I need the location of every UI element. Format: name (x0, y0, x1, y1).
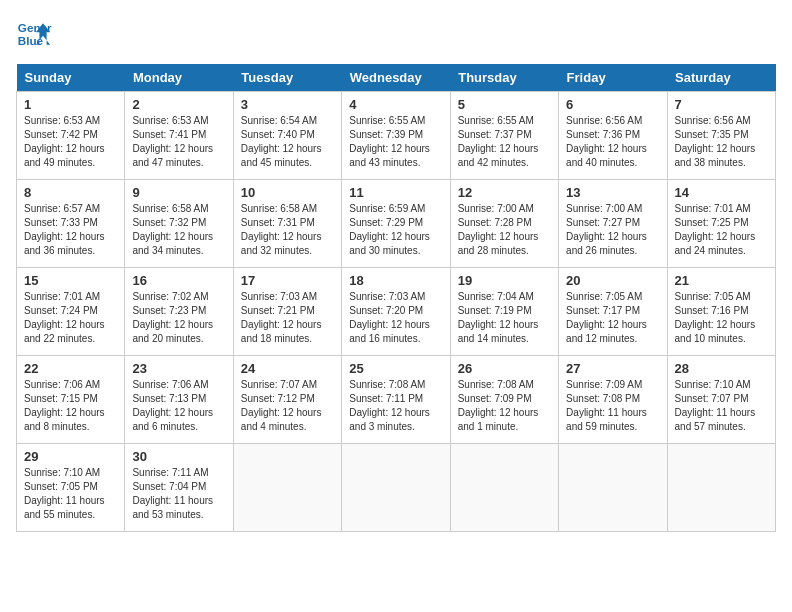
calendar-week-3: 22Sunrise: 7:06 AMSunset: 7:15 PMDayligh… (17, 356, 776, 444)
calendar-day-9: 9Sunrise: 6:58 AMSunset: 7:32 PMDaylight… (125, 180, 233, 268)
weekday-header-tuesday: Tuesday (233, 64, 341, 92)
calendar-day-14: 14Sunrise: 7:01 AMSunset: 7:25 PMDayligh… (667, 180, 775, 268)
calendar-day-1: 1Sunrise: 6:53 AMSunset: 7:42 PMDaylight… (17, 92, 125, 180)
weekday-header-saturday: Saturday (667, 64, 775, 92)
weekday-header-row: SundayMondayTuesdayWednesdayThursdayFrid… (17, 64, 776, 92)
calendar-empty (667, 444, 775, 532)
calendar-day-23: 23Sunrise: 7:06 AMSunset: 7:13 PMDayligh… (125, 356, 233, 444)
calendar-day-30: 30Sunrise: 7:11 AMSunset: 7:04 PMDayligh… (125, 444, 233, 532)
page-header: General Blue (16, 16, 776, 52)
calendar-day-15: 15Sunrise: 7:01 AMSunset: 7:24 PMDayligh… (17, 268, 125, 356)
calendar-day-26: 26Sunrise: 7:08 AMSunset: 7:09 PMDayligh… (450, 356, 558, 444)
calendar-day-12: 12Sunrise: 7:00 AMSunset: 7:28 PMDayligh… (450, 180, 558, 268)
calendar-day-10: 10Sunrise: 6:58 AMSunset: 7:31 PMDayligh… (233, 180, 341, 268)
weekday-header-wednesday: Wednesday (342, 64, 450, 92)
weekday-header-sunday: Sunday (17, 64, 125, 92)
calendar-empty (233, 444, 341, 532)
calendar-day-3: 3Sunrise: 6:54 AMSunset: 7:40 PMDaylight… (233, 92, 341, 180)
calendar-table: SundayMondayTuesdayWednesdayThursdayFrid… (16, 64, 776, 532)
calendar-day-5: 5Sunrise: 6:55 AMSunset: 7:37 PMDaylight… (450, 92, 558, 180)
logo: General Blue (16, 16, 52, 52)
calendar-day-25: 25Sunrise: 7:08 AMSunset: 7:11 PMDayligh… (342, 356, 450, 444)
calendar-day-6: 6Sunrise: 6:56 AMSunset: 7:36 PMDaylight… (559, 92, 667, 180)
calendar-day-16: 16Sunrise: 7:02 AMSunset: 7:23 PMDayligh… (125, 268, 233, 356)
calendar-day-22: 22Sunrise: 7:06 AMSunset: 7:15 PMDayligh… (17, 356, 125, 444)
calendar-empty (342, 444, 450, 532)
calendar-week-0: 1Sunrise: 6:53 AMSunset: 7:42 PMDaylight… (17, 92, 776, 180)
calendar-day-4: 4Sunrise: 6:55 AMSunset: 7:39 PMDaylight… (342, 92, 450, 180)
weekday-header-friday: Friday (559, 64, 667, 92)
calendar-day-24: 24Sunrise: 7:07 AMSunset: 7:12 PMDayligh… (233, 356, 341, 444)
calendar-day-28: 28Sunrise: 7:10 AMSunset: 7:07 PMDayligh… (667, 356, 775, 444)
calendar-day-29: 29Sunrise: 7:10 AMSunset: 7:05 PMDayligh… (17, 444, 125, 532)
calendar-week-1: 8Sunrise: 6:57 AMSunset: 7:33 PMDaylight… (17, 180, 776, 268)
calendar-day-21: 21Sunrise: 7:05 AMSunset: 7:16 PMDayligh… (667, 268, 775, 356)
calendar-week-4: 29Sunrise: 7:10 AMSunset: 7:05 PMDayligh… (17, 444, 776, 532)
weekday-header-monday: Monday (125, 64, 233, 92)
calendar-day-17: 17Sunrise: 7:03 AMSunset: 7:21 PMDayligh… (233, 268, 341, 356)
calendar-week-2: 15Sunrise: 7:01 AMSunset: 7:24 PMDayligh… (17, 268, 776, 356)
calendar-empty (559, 444, 667, 532)
logo-icon: General Blue (16, 16, 52, 52)
calendar-day-7: 7Sunrise: 6:56 AMSunset: 7:35 PMDaylight… (667, 92, 775, 180)
calendar-day-2: 2Sunrise: 6:53 AMSunset: 7:41 PMDaylight… (125, 92, 233, 180)
calendar-day-20: 20Sunrise: 7:05 AMSunset: 7:17 PMDayligh… (559, 268, 667, 356)
svg-text:General: General (18, 21, 52, 34)
calendar-day-19: 19Sunrise: 7:04 AMSunset: 7:19 PMDayligh… (450, 268, 558, 356)
calendar-day-8: 8Sunrise: 6:57 AMSunset: 7:33 PMDaylight… (17, 180, 125, 268)
calendar-day-11: 11Sunrise: 6:59 AMSunset: 7:29 PMDayligh… (342, 180, 450, 268)
weekday-header-thursday: Thursday (450, 64, 558, 92)
calendar-day-27: 27Sunrise: 7:09 AMSunset: 7:08 PMDayligh… (559, 356, 667, 444)
calendar-day-13: 13Sunrise: 7:00 AMSunset: 7:27 PMDayligh… (559, 180, 667, 268)
calendar-empty (450, 444, 558, 532)
calendar-day-18: 18Sunrise: 7:03 AMSunset: 7:20 PMDayligh… (342, 268, 450, 356)
